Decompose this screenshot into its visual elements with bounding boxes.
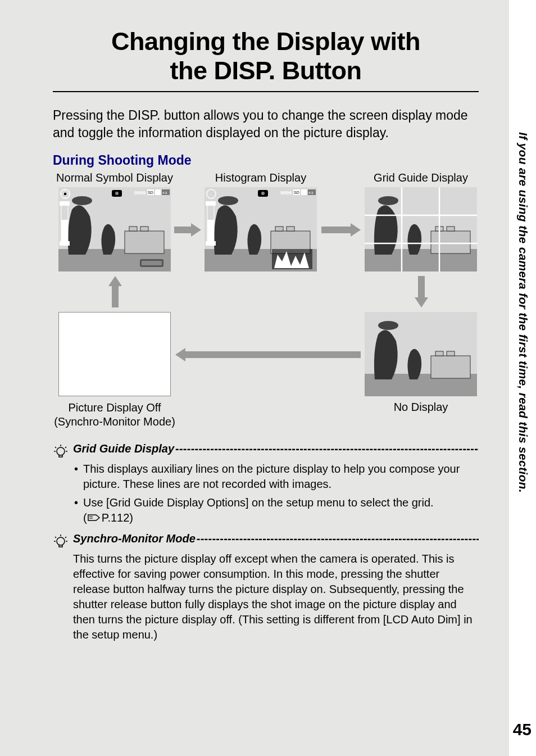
svg-rect-12: [60, 241, 70, 246]
thumb-no-display: [365, 312, 477, 396]
svg-point-26: [218, 196, 238, 205]
svg-text:9999: 9999: [134, 190, 146, 196]
label-display-off: Picture Display Off (Synchro-Monitor Mod…: [47, 401, 182, 429]
svg-rect-11: [60, 201, 70, 206]
lightbulb-icon: [53, 443, 69, 459]
svg-rect-45: [447, 227, 455, 231]
svg-text:SD: SD: [294, 191, 299, 194]
svg-rect-10: [61, 220, 68, 242]
svg-point-46: [378, 196, 398, 205]
svg-rect-4: [140, 227, 148, 231]
thumb-display-off: [58, 312, 171, 396]
thumb-histogram: 9999 SD 4:3: [205, 187, 317, 271]
label-normal: Normal Symbol Display: [53, 171, 176, 184]
note-synchro: Synchro-Monitor Mode -------------------…: [53, 532, 479, 642]
subheading: During Shooting Mode: [53, 153, 479, 168]
svg-rect-14: [142, 261, 162, 265]
svg-rect-2: [125, 231, 164, 253]
dash-fill: ----------------------------------------…: [175, 442, 479, 455]
title-line-2: the DISP. Button: [170, 56, 361, 85]
display-cycle-diagram: Normal Symbol Display Histogram Display …: [53, 171, 479, 436]
svg-rect-54: [435, 351, 443, 356]
svg-text:4:3: 4:3: [308, 191, 314, 194]
svg-point-30: [261, 192, 265, 195]
svg-rect-43: [431, 231, 470, 253]
svg-rect-53: [431, 356, 470, 378]
label-no-display: No Display: [365, 401, 477, 414]
svg-rect-18: [155, 189, 161, 195]
intro-paragraph: Pressing the DISP. button allows you to …: [53, 107, 479, 142]
note-title-synchro: Synchro-Monitor Mode: [73, 532, 196, 545]
svg-rect-55: [447, 351, 455, 356]
title-underline: [53, 91, 479, 92]
svg-point-57: [57, 447, 65, 455]
svg-point-5: [72, 196, 92, 205]
svg-point-58: [57, 537, 65, 545]
label-grid: Grid Guide Display: [365, 171, 477, 184]
page-ref-icon: [87, 513, 102, 523]
page-content: Changing the Display with the DISP. Butt…: [53, 27, 479, 642]
svg-point-56: [378, 321, 398, 330]
svg-text:4:3: 4:3: [162, 191, 167, 194]
label-histogram: Histogram Display: [205, 171, 317, 184]
svg-rect-33: [206, 201, 216, 206]
svg-text:9999: 9999: [280, 190, 292, 196]
arrow-down-icon: [415, 276, 428, 307]
svg-rect-32: [207, 220, 214, 242]
thumb-grid: [365, 187, 477, 271]
note-bullet: This displays auxiliary lines on the pic…: [73, 461, 479, 492]
svg-rect-25: [287, 227, 294, 231]
title-line-1: Changing the Display with: [111, 27, 420, 56]
dash-fill: ----------------------------------------…: [197, 532, 479, 545]
svg-text:SD: SD: [148, 191, 153, 194]
svg-rect-3: [129, 227, 137, 231]
lightbulb-icon: [53, 533, 69, 549]
svg-rect-34: [206, 241, 216, 246]
svg-rect-24: [275, 227, 283, 231]
thumb-normal: 9999 SD 4:3: [58, 187, 171, 271]
note-body-synchro: This turns the picture display off excep…: [73, 551, 479, 642]
note-grid-guide: Grid Guide Display ---------------------…: [53, 442, 479, 526]
note-title-grid: Grid Guide Display: [73, 442, 174, 455]
svg-rect-38: [301, 189, 307, 195]
page-number: 45: [513, 720, 532, 739]
svg-point-8: [115, 192, 119, 195]
arrow-left-icon: [175, 348, 361, 361]
arrow-right-icon: [321, 223, 361, 237]
page-title: Changing the Display with the DISP. Butt…: [53, 27, 479, 85]
arrow-up-icon: [108, 276, 122, 307]
side-tab-text: If you are using the camera for the firs…: [517, 132, 530, 548]
arrow-right-icon: [174, 223, 201, 237]
note-bullet: Use [Grid Guide Display Options] on the …: [73, 495, 479, 526]
